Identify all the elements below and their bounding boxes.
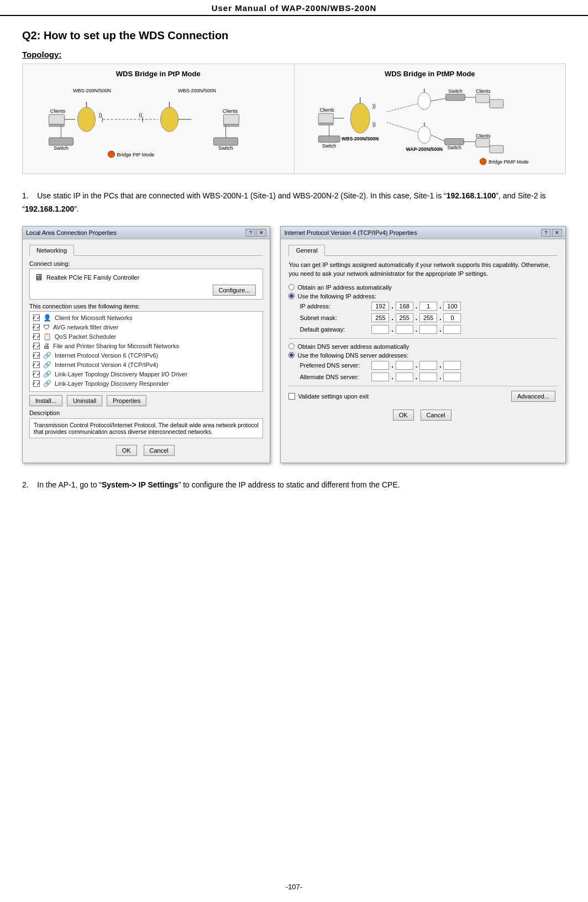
separator1	[288, 338, 558, 339]
ip-address-row: IP address: . . .	[300, 302, 558, 311]
preferred-dns-octet-4[interactable]	[443, 361, 461, 370]
svg-text:): )	[101, 117, 103, 122]
dialog2-cancel-btn[interactable]: Cancel	[421, 410, 452, 421]
dialog1-tab-networking[interactable]: Networking	[29, 245, 74, 256]
dialog1-connect-section: Connect using: 🖥 Realtek PCIe FE Family …	[29, 260, 263, 300]
ip-octet-1[interactable]	[371, 302, 389, 311]
item-qos-check[interactable]: ✓	[33, 333, 40, 340]
advanced-btn[interactable]: Advanced...	[511, 391, 555, 402]
svg-point-13	[160, 107, 178, 132]
obtain-dns-row: Obtain DNS server address automatically	[288, 343, 558, 350]
item-responder: ✓🔗Link-Layer Topology Discovery Responde…	[33, 380, 259, 387]
topology-diagram: WDS Bridge in PtP Mode WBS-200N/500N WBS…	[22, 64, 566, 174]
ipv4-properties-dialog: Internet Protocol Version 4 (TCP/IPv4) P…	[280, 226, 566, 463]
ip-octet-2[interactable]	[396, 302, 413, 311]
validate-row: Validate settings upon exit Advanced...	[288, 391, 558, 402]
preferred-dns-octet-2[interactable]	[396, 361, 413, 370]
use-dns-radio[interactable]	[288, 352, 295, 358]
topology-label: Topology:	[22, 50, 566, 59]
svg-rect-19	[49, 138, 73, 145]
properties-btn[interactable]: Properties	[107, 395, 146, 406]
svg-text:WBS-200N/500N: WBS-200N/500N	[73, 88, 111, 93]
dialog1-titlebar: Local Area Connection Properties ? ✕	[23, 227, 270, 239]
step2-end: ” to configure the IP address to static …	[179, 480, 400, 489]
svg-text:Switch: Switch	[218, 145, 233, 151]
obtain-dns-radio[interactable]	[288, 343, 295, 349]
subnet-octet-1[interactable]	[371, 313, 389, 322]
subnet-octet-2[interactable]	[396, 313, 413, 322]
configure-btn[interactable]: Configure...	[213, 285, 256, 296]
item-mapper-check[interactable]: ✓	[33, 371, 40, 377]
dialog1-footer: OK Cancel	[29, 442, 263, 457]
ip-address-input: . . .	[371, 302, 461, 311]
subnet-octet-3[interactable]	[419, 313, 437, 322]
subnet-label: Subnet mask:	[300, 314, 371, 321]
dialog2-help-btn[interactable]: ?	[541, 229, 551, 237]
gateway-octet-3[interactable]	[419, 325, 437, 334]
step1-ip2: 192.168.1.200	[25, 204, 75, 213]
dialog1-ok-btn[interactable]: OK	[116, 445, 137, 456]
svg-text:Bridge PtP Mode: Bridge PtP Mode	[117, 152, 154, 158]
item-avg-check[interactable]: ✓	[33, 324, 40, 331]
item-mapper: ✓🔗Link-Layer Topology Discovery Mapper I…	[33, 370, 259, 378]
item-client-check[interactable]: ✓	[33, 314, 40, 321]
item-ipv6-check[interactable]: ✓	[33, 352, 40, 359]
gateway-octet-1[interactable]	[371, 325, 389, 334]
obtain-auto-radio[interactable]	[288, 284, 295, 290]
item-file-check[interactable]: ✓	[33, 343, 40, 349]
install-btn[interactable]: Install...	[29, 395, 62, 406]
dialog2-tab-general[interactable]: General	[288, 245, 324, 256]
dialog2-close-btn[interactable]: ✕	[552, 229, 562, 237]
svg-point-60	[480, 158, 487, 165]
use-following-radio[interactable]	[288, 293, 295, 299]
ip-octet-3[interactable]	[419, 302, 437, 311]
preferred-dns-row: Preferred DNS server: . . .	[300, 361, 558, 370]
svg-text:Clients: Clients	[320, 107, 335, 113]
header-title: User Manual of WAP-200N/WBS-200N	[212, 3, 377, 13]
item-ipv4-check[interactable]: ✓	[33, 361, 40, 368]
dialog2-body: General You can get IP settings assigned…	[281, 239, 565, 427]
dialog1-close-btn[interactable]: ✕	[256, 229, 266, 237]
svg-text:Clients: Clients	[476, 133, 491, 139]
alternate-dns-label: Alternate DNS server:	[300, 374, 371, 380]
dialog1-action-buttons: Install... Uninstall Properties	[29, 395, 263, 406]
preferred-dns-octet-3[interactable]	[419, 361, 437, 370]
alternate-dns-octet-2[interactable]	[396, 373, 413, 381]
dialog2-ok-btn[interactable]: OK	[393, 410, 414, 421]
section-title: Q2: How to set up the WDS Connection	[22, 29, 566, 42]
gateway-label: Default gateway:	[300, 326, 371, 333]
svg-text:Switch: Switch	[448, 88, 463, 94]
step2-number: 2.	[22, 480, 29, 489]
alternate-dns-octet-4[interactable]	[443, 373, 461, 381]
dialog1-cancel-btn[interactable]: Cancel	[144, 445, 175, 456]
validate-checkbox[interactable]	[288, 393, 295, 400]
separator2	[288, 386, 558, 386]
svg-line-41	[431, 98, 446, 101]
step2-bold: System-> IP Settings	[102, 480, 179, 489]
ptp-diagram-svg: WBS-200N/500N WBS-200N/500N Clients )) )	[35, 82, 282, 165]
dialog1-help-btn[interactable]: ?	[245, 229, 255, 237]
step1-intro: Use static IP in the PCs that are connec…	[37, 191, 446, 200]
dialog2-footer: OK Cancel	[288, 406, 558, 422]
svg-rect-49	[445, 139, 464, 145]
svg-text:Clients: Clients	[476, 88, 491, 94]
gateway-octet-4[interactable]	[443, 325, 461, 334]
alternate-dns-octet-1[interactable]	[371, 373, 389, 381]
step1-text: 1. Use static IP in the PCs that are con…	[22, 190, 566, 216]
uninstall-btn[interactable]: Uninstall	[67, 395, 102, 406]
gateway-octet-2[interactable]	[396, 325, 413, 334]
svg-rect-17	[223, 114, 239, 124]
preferred-dns-octet-1[interactable]	[371, 361, 389, 370]
item-responder-check[interactable]: ✓	[33, 380, 40, 387]
svg-text:)): ))	[372, 122, 376, 127]
page-footer: -107-	[0, 883, 588, 891]
ip-octet-4[interactable]	[443, 302, 461, 311]
subnet-octet-4[interactable]	[443, 313, 461, 322]
dialog2-tabs: General	[288, 245, 558, 256]
svg-text:(: (	[141, 117, 143, 122]
page-header: User Manual of WAP-200N/WBS-200N	[0, 0, 588, 16]
svg-text:Clients: Clients	[222, 108, 238, 114]
alternate-dns-octet-3[interactable]	[419, 373, 437, 381]
svg-rect-24	[213, 138, 238, 145]
items-label: This connection uses the following items…	[29, 303, 263, 310]
